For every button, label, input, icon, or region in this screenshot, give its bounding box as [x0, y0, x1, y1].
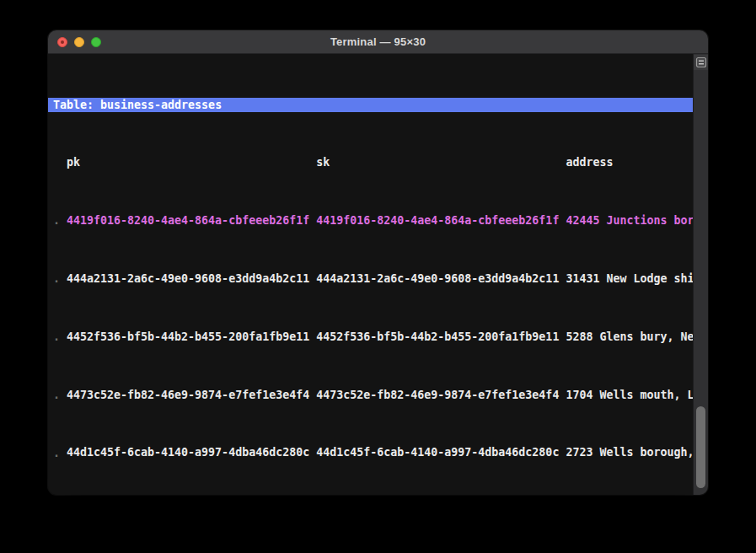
cell-sk: 444a2131-2a6c-49e0-9608-e3dd9a4b2c11 — [316, 271, 566, 286]
titlebar[interactable]: Terminal — 95×30 — [48, 30, 708, 54]
traffic-lights — [57, 37, 101, 47]
row-bullet-icon: · — [53, 217, 67, 231]
terminal-content: Table: business-addresses pkskaddress ·4… — [48, 54, 708, 495]
row-bullet-icon: · — [53, 449, 67, 464]
cell-pk: 4452f536-bf5b-44b2-b455-200fa1fb9e11 — [67, 330, 316, 344]
cell-address: 31431 New Lodge shi — [566, 271, 693, 286]
row-bullet-icon: · — [53, 275, 67, 289]
cell-sk: 4419f016-8240-4ae4-864a-cbfeeeb26f1f — [316, 213, 566, 228]
scrollbar-marks-icon[interactable] — [694, 55, 708, 70]
column-header-sk: sk — [316, 155, 566, 169]
cell-address: 2723 Wells borough, — [566, 445, 693, 459]
cell-sk: 4473c52e-fb82-46e9-9874-e7fef1e3e4f4 — [316, 388, 566, 402]
table-row[interactable]: ·4452f536-bf5b-44b2-b455-200fa1fb9e11445… — [48, 330, 693, 344]
cell-address: 1704 Wells mouth, L — [566, 388, 693, 402]
terminal-window: Terminal — 95×30 Table: business-address… — [48, 30, 708, 495]
cell-pk: 4419f016-8240-4ae4-864a-cbfeeeb26f1f — [67, 213, 316, 228]
table-row[interactable]: ·444a2131-2a6c-49e0-9608-e3dd9a4b2c11444… — [48, 271, 693, 286]
cell-sk: 44d1c45f-6cab-4140-a997-4dba46dc280c — [316, 445, 566, 459]
scrollbar[interactable] — [693, 54, 708, 495]
cell-sk: 4452f536-bf5b-44b2-b455-200fa1fb9e11 — [316, 330, 566, 344]
cell-pk: 4473c52e-fb82-46e9-9874-e7fef1e3e4f4 — [67, 388, 316, 402]
cell-pk: 444a2131-2a6c-49e0-9608-e3dd9a4b2c11 — [67, 271, 316, 286]
cell-address: 5288 Glens bury, Ne — [566, 330, 693, 344]
table-header-bar: Table: business-addresses — [48, 98, 693, 112]
row-bullet-icon: · — [53, 391, 67, 405]
window-title: Terminal — 95×30 — [330, 35, 426, 48]
table-row[interactable]: ·4473c52e-fb82-46e9-9874-e7fef1e3e4f4447… — [48, 388, 693, 402]
column-header-row: pkskaddress — [48, 155, 693, 169]
cell-pk: 44d1c45f-6cab-4140-a997-4dba46dc280c — [67, 445, 316, 459]
close-button[interactable] — [57, 37, 67, 47]
column-header-address: address — [566, 155, 613, 169]
table-row[interactable]: ·44d1c45f-6cab-4140-a997-4dba46dc280c44d… — [48, 445, 693, 459]
column-header-indent — [53, 159, 67, 174]
zoom-button[interactable] — [91, 37, 101, 47]
cell-address: 42445 Junctions bor — [566, 213, 693, 228]
scrollbar-thumb[interactable] — [696, 406, 705, 488]
minimize-button[interactable] — [74, 37, 84, 47]
tui-screen: Table: business-addresses pkskaddress ·4… — [48, 54, 693, 495]
column-header-pk: pk — [67, 155, 316, 169]
table-row[interactable]: ·4419f016-8240-4ae4-864a-cbfeeeb26f1f441… — [48, 213, 693, 228]
row-bullet-icon: · — [53, 333, 67, 347]
